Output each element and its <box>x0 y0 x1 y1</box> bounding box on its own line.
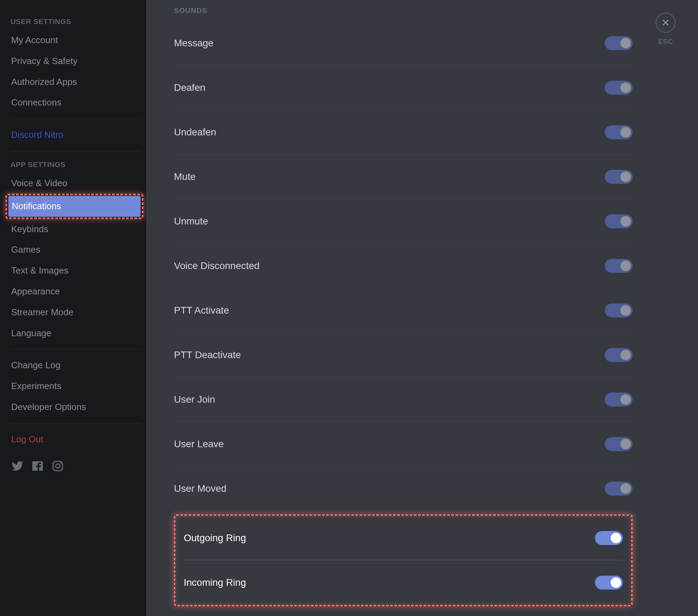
sound-toggle-row: User Leave <box>174 422 633 466</box>
sidebar-item-privacy-safety[interactable]: Privacy & Safety <box>10 51 141 72</box>
sidebar-item-connections[interactable]: Connections <box>10 92 141 113</box>
toggle-knob <box>620 82 631 93</box>
social-links <box>10 450 141 474</box>
sound-toggle-row: Voice Disconnected <box>174 244 633 288</box>
facebook-icon[interactable] <box>31 460 44 474</box>
sound-toggle-row: Message <box>174 21 633 65</box>
svg-point-2 <box>60 462 61 464</box>
sound-toggle[interactable] <box>605 170 633 184</box>
sound-label: PTT Activate <box>174 305 229 316</box>
sound-label: Unmute <box>174 216 208 227</box>
toggle-knob <box>611 577 621 588</box>
toggle-knob <box>611 533 621 543</box>
sound-toggle-row: Undeafen <box>174 110 633 155</box>
sound-label: PTT Deactivate <box>174 349 241 361</box>
sound-toggle[interactable] <box>605 393 633 406</box>
close-area: ESC <box>656 13 676 46</box>
sidebar-item-change-log[interactable]: Change Log <box>10 355 141 376</box>
sidebar-item-experiments[interactable]: Experiments <box>10 376 141 397</box>
settings-content: SOUNDS MessageDeafenUndeafenMuteUnmuteVo… <box>146 0 698 616</box>
sidebar-item-log-out[interactable]: Log Out <box>10 429 141 450</box>
svg-point-1 <box>56 464 60 468</box>
sound-label: User Join <box>174 394 215 405</box>
sound-toggle-row: PTT Activate <box>174 288 633 333</box>
sounds-list: MessageDeafenUndeafenMuteUnmuteVoice Dis… <box>174 21 633 511</box>
divider <box>10 151 141 151</box>
sound-toggle[interactable] <box>605 125 633 139</box>
sound-toggle-row: PTT Deactivate <box>174 333 633 377</box>
sidebar-item-my-account[interactable]: My Account <box>10 30 141 51</box>
sound-toggle[interactable] <box>605 81 633 95</box>
sidebar-item-appearance[interactable]: Appearance <box>10 281 141 302</box>
sound-label: Deafen <box>174 82 205 93</box>
sound-label: Undeafen <box>174 127 216 138</box>
sound-toggle[interactable] <box>605 259 633 273</box>
sound-toggle[interactable] <box>605 348 633 362</box>
esc-label: ESC <box>656 38 676 46</box>
sidebar-item-language[interactable]: Language <box>10 323 141 344</box>
sound-label: Voice Disconnected <box>174 260 260 271</box>
divider <box>10 349 141 349</box>
sound-toggle-row: User Moved <box>174 466 633 511</box>
annotation-highlight-notifications: Notifications <box>6 194 143 219</box>
settings-sidebar: USER SETTINGS My Account Privacy & Safet… <box>0 0 146 616</box>
close-button[interactable] <box>656 13 676 33</box>
sound-toggle-row: Incoming Ring <box>184 560 623 605</box>
sound-label: Mute <box>174 171 196 182</box>
toggle-knob <box>620 439 631 449</box>
sidebar-item-authorized-apps[interactable]: Authorized Apps <box>10 72 141 93</box>
instagram-icon[interactable] <box>51 460 64 474</box>
sidebar-item-streamer-mode[interactable]: Streamer Mode <box>10 302 141 323</box>
sound-toggle[interactable] <box>605 437 633 451</box>
sidebar-item-voice-video[interactable]: Voice & Video <box>10 173 141 194</box>
sound-label: Message <box>174 38 214 49</box>
toggle-knob <box>620 350 631 360</box>
sound-toggle-row: Deafen <box>174 65 633 110</box>
annotation-highlight-ring-toggles: Outgoing RingIncoming Ring <box>174 514 633 606</box>
sound-toggle[interactable] <box>605 214 633 228</box>
sound-label: Outgoing Ring <box>184 532 246 544</box>
toggle-knob <box>620 394 631 405</box>
sidebar-item-text-images[interactable]: Text & Images <box>10 260 141 281</box>
toggle-knob <box>620 305 631 316</box>
toggle-knob <box>620 38 631 48</box>
sidebar-item-notifications[interactable]: Notifications <box>8 196 141 217</box>
toggle-knob <box>620 172 631 182</box>
toggle-knob <box>620 483 631 494</box>
sound-toggle-row: Outgoing Ring <box>184 516 623 560</box>
sound-label: User Moved <box>174 483 227 494</box>
toggle-knob <box>620 261 631 271</box>
sound-label: Incoming Ring <box>184 577 246 588</box>
sound-toggle[interactable] <box>605 482 633 496</box>
toggle-knob <box>620 216 631 227</box>
user-settings-header: USER SETTINGS <box>10 14 141 30</box>
app-settings-header: APP SETTINGS <box>10 157 141 173</box>
settings-window: USER SETTINGS My Account Privacy & Safet… <box>0 0 698 616</box>
sound-toggle-row: User Join <box>174 377 633 422</box>
sound-toggle-row: Mute <box>174 155 633 199</box>
sounds-section-title: SOUNDS <box>174 3 679 21</box>
twitter-icon[interactable] <box>11 460 24 474</box>
toggle-knob <box>620 127 631 137</box>
sidebar-item-discord-nitro[interactable]: Discord Nitro <box>10 125 141 145</box>
sound-toggle-row: Unmute <box>174 199 633 244</box>
sound-label: User Leave <box>174 439 224 450</box>
sound-toggle[interactable] <box>605 303 633 317</box>
divider <box>10 423 141 424</box>
sound-toggle[interactable] <box>595 531 623 545</box>
sound-toggle[interactable] <box>595 576 623 590</box>
sidebar-item-developer-options[interactable]: Developer Options <box>10 397 141 418</box>
sound-toggle[interactable] <box>605 36 633 50</box>
divider <box>10 119 141 119</box>
sidebar-item-games[interactable]: Games <box>10 239 141 260</box>
sidebar-item-keybinds[interactable]: Keybinds <box>10 219 141 240</box>
